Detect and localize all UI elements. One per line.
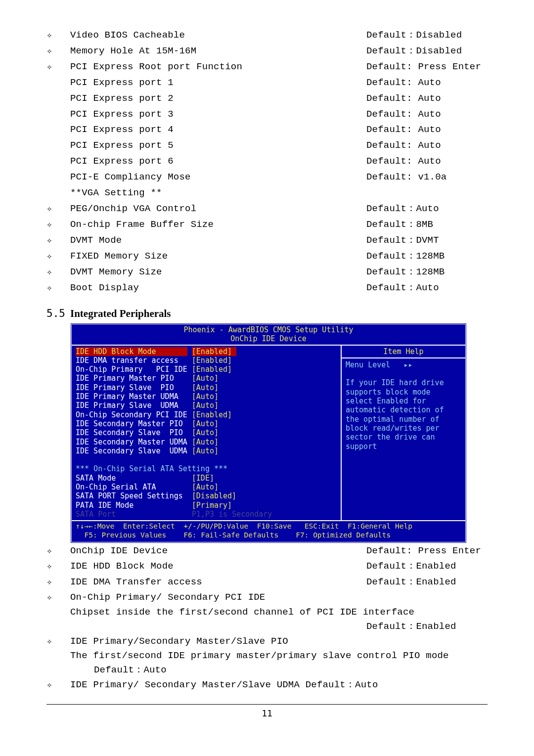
setting-default: Default: Auto	[366, 154, 488, 170]
setting-row: ✧OnChip IDE DeviceDefault: Press Enter	[46, 543, 488, 559]
setting-label: On-chip Frame Buffer Size	[70, 217, 366, 233]
onchip-pci-ide-block: ✧ On-Chip Primary/ Secondary PCI IDE Chi…	[46, 590, 488, 634]
setting-label: PCI Express port 2	[70, 91, 366, 107]
diamond-bullet-icon: ✧	[46, 265, 70, 280]
setting-row: PCI Express port 4Default: Auto	[46, 122, 488, 138]
setting-row: ✧IDE HDD Block ModeDefault：Enabled	[46, 559, 488, 575]
setting-default: Default：Disabled	[366, 44, 488, 59]
bios-item-help-header: Item Help	[342, 346, 465, 358]
setting-default: Default: Press Enter	[366, 59, 488, 75]
bios-footer: ↑↓→←:Move Enter:Select +/-/PU/PD:Value F…	[72, 520, 465, 541]
setting-row: ✧PCI Express Root port Function Default:…	[46, 59, 488, 75]
setting-row: PCI Express port 6Default: Auto	[46, 154, 488, 170]
bios-left-pane: IDE HDD Block Mode [Enabled] IDE DMA tra…	[72, 346, 341, 521]
onchip-pci-ide-line1: On-Chip Primary/ Secondary PCI IDE	[70, 590, 488, 605]
diamond-bullet-icon: ✧	[46, 28, 70, 44]
diamond-bullet-icon: ✧	[46, 44, 70, 59]
setting-label: PCI Express port 5	[70, 138, 366, 154]
setting-row: ✧On-chip Frame Buffer Size Default：8MB	[46, 217, 488, 233]
ide-pio-desc: The first/second IDE primary master/prim…	[70, 649, 488, 663]
setting-default: Default：Auto	[366, 280, 488, 296]
setting-label: **VGA Setting **	[70, 185, 366, 201]
setting-default: Default: Press Enter	[366, 543, 488, 559]
setting-row: ✧IDE DMA Transfer accessDefault：Enabled	[46, 575, 488, 590]
bios-title: Phoenix - AwardBIOS CMOS Setup Utility O…	[72, 324, 465, 346]
setting-row: ✧DVMT ModeDefault：DVMT	[46, 233, 488, 249]
setting-default	[366, 185, 488, 201]
setting-default: Default: v1.0a	[366, 170, 488, 185]
setting-label: Memory Hole At 15M-16M	[70, 44, 366, 59]
diamond-bullet-icon: ✧	[46, 59, 70, 75]
setting-row: **VGA Setting **	[46, 185, 488, 201]
setting-label: PCI Express port 4	[70, 122, 366, 138]
setting-label: IDE HDD Block Mode	[70, 559, 366, 575]
setting-label: FIXED Memory Size	[70, 249, 366, 265]
onchip-pci-ide-default: Default：Enabled	[366, 620, 488, 634]
diamond-bullet-icon	[46, 75, 70, 91]
diamond-bullet-icon	[46, 138, 70, 154]
diamond-bullet-icon: ✧	[46, 201, 70, 217]
diamond-bullet-icon	[46, 107, 70, 123]
diamond-bullet-icon	[46, 91, 70, 107]
section-number: 5.5	[46, 306, 70, 322]
setting-row: PCI Express port 2Default: Auto	[46, 91, 488, 107]
setting-row: PCI Express port 3Default: Auto	[46, 107, 488, 123]
footer-rule	[46, 704, 488, 705]
setting-default: Default：128MB	[366, 265, 488, 280]
setting-label: PEG/Onchip VGA Control	[70, 201, 366, 217]
setting-row: ✧Video BIOS CacheableDefault：Disabled	[46, 28, 488, 44]
setting-label: OnChip IDE Device	[70, 543, 366, 559]
setting-default: Default: Auto	[366, 122, 488, 138]
setting-default: Default: Auto	[366, 138, 488, 154]
ide-pio-line1: IDE Primary/Secondary Master/Slave PIO	[70, 634, 488, 649]
setting-label: PCI-E Compliancy Mose	[70, 170, 366, 185]
bios-right-pane: Item Help Menu Level ▸▸ If your IDE hard…	[341, 346, 465, 521]
setting-label: Video BIOS Cacheable	[70, 28, 366, 44]
diamond-bullet-icon: ✧	[46, 575, 70, 590]
setting-default: Default：8MB	[366, 217, 488, 233]
diamond-bullet-icon: ✧	[46, 280, 70, 296]
setting-default: Default: Auto	[366, 107, 488, 123]
section-header: 5.5 Integrated Peripherals	[46, 306, 488, 322]
setting-label: DVMT Mode	[70, 233, 366, 249]
setting-label: IDE DMA Transfer access	[70, 575, 366, 590]
setting-label: Boot Display	[70, 280, 366, 296]
onchip-pci-ide-desc: Chipset inside the first/second channel …	[70, 605, 488, 620]
ide-pio-default: Default：Auto	[70, 663, 488, 677]
setting-row: PCI Express port 5Default: Auto	[46, 138, 488, 154]
diamond-bullet-icon	[46, 170, 70, 185]
diamond-bullet-icon: ✧	[46, 249, 70, 265]
setting-default: Default：Disabled	[366, 28, 488, 44]
setting-default: Default：Auto	[366, 201, 488, 217]
diamond-bullet-icon: ✧	[46, 543, 70, 559]
setting-default: Default：Enabled	[366, 559, 488, 575]
bios-help-body: Menu Level ▸▸ If your IDE hard drive sup…	[342, 358, 465, 453]
setting-default: Default: Auto	[366, 75, 488, 91]
setting-label: PCI Express Root port Function	[70, 59, 366, 75]
setting-row: ✧PEG/Onchip VGA ControlDefault：Auto	[46, 201, 488, 217]
setting-default: Default：Enabled	[366, 575, 488, 590]
setting-label: DVMT Memory Size	[70, 265, 366, 280]
page-number: 11	[46, 707, 488, 720]
setting-default: Default: Auto	[366, 91, 488, 107]
ide-udma-block: ✧ IDE Primary/ Secondary Master/Slave UD…	[46, 678, 488, 692]
setting-row: ✧Memory Hole At 15M-16MDefault：Disabled	[46, 44, 488, 59]
bios-screenshot: Phoenix - AwardBIOS CMOS Setup Utility O…	[70, 323, 467, 543]
diamond-bullet-icon	[46, 154, 70, 170]
diamond-bullet-icon: ✧	[46, 559, 70, 575]
diamond-bullet-icon: ✧	[46, 217, 70, 233]
diamond-bullet-icon	[46, 185, 70, 201]
setting-default: Default：DVMT	[366, 233, 488, 249]
setting-row: ✧FIXED Memory Size Default：128MB	[46, 249, 488, 265]
diamond-bullet-icon	[46, 122, 70, 138]
setting-label: PCI Express port 6	[70, 154, 366, 170]
setting-row: PCI-E Compliancy MoseDefault: v1.0a	[46, 170, 488, 185]
setting-label: PCI Express port 3	[70, 107, 366, 123]
setting-row: ✧Boot Display Default：Auto	[46, 280, 488, 296]
setting-row: ✧DVMT Memory Size Default：128MB	[46, 265, 488, 280]
setting-label: PCI Express port 1	[70, 75, 366, 91]
setting-row: PCI Express port 1Default: Auto	[46, 75, 488, 91]
diamond-bullet-icon: ✧	[46, 233, 70, 249]
ide-pio-block: ✧ IDE Primary/Secondary Master/Slave PIO…	[46, 634, 488, 678]
section-title: Integrated Peripherals	[70, 306, 171, 322]
